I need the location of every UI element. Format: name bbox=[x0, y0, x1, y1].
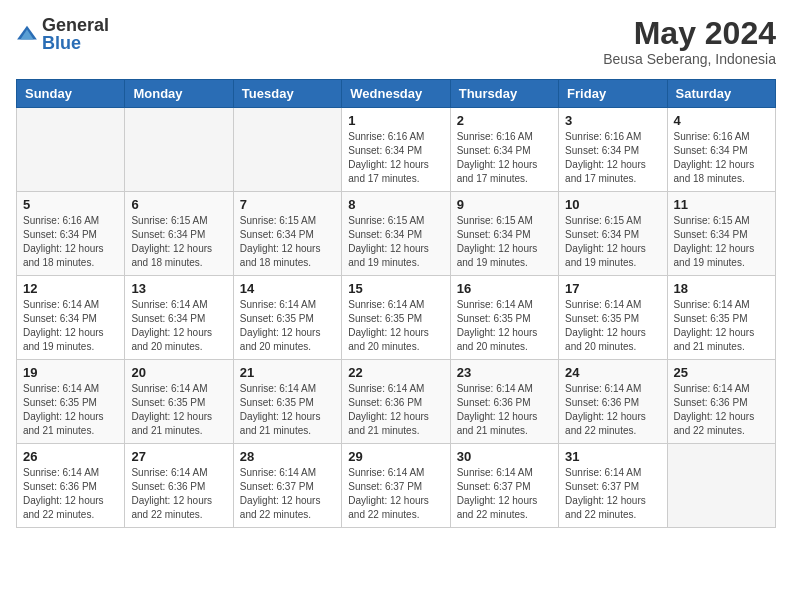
calendar-body: 1Sunrise: 6:16 AM Sunset: 6:34 PM Daylig… bbox=[17, 108, 776, 528]
day-info: Sunrise: 6:15 AM Sunset: 6:34 PM Dayligh… bbox=[131, 214, 226, 270]
calendar-week-1: 1Sunrise: 6:16 AM Sunset: 6:34 PM Daylig… bbox=[17, 108, 776, 192]
day-info: Sunrise: 6:15 AM Sunset: 6:34 PM Dayligh… bbox=[240, 214, 335, 270]
calendar-cell: 24Sunrise: 6:14 AM Sunset: 6:36 PM Dayli… bbox=[559, 360, 667, 444]
logo-icon bbox=[16, 23, 38, 45]
header-day-sunday: Sunday bbox=[17, 80, 125, 108]
day-number: 25 bbox=[674, 365, 769, 380]
day-info: Sunrise: 6:14 AM Sunset: 6:35 PM Dayligh… bbox=[674, 298, 769, 354]
calendar-cell: 26Sunrise: 6:14 AM Sunset: 6:36 PM Dayli… bbox=[17, 444, 125, 528]
day-info: Sunrise: 6:14 AM Sunset: 6:36 PM Dayligh… bbox=[674, 382, 769, 438]
day-number: 14 bbox=[240, 281, 335, 296]
header-day-wednesday: Wednesday bbox=[342, 80, 450, 108]
calendar-cell: 17Sunrise: 6:14 AM Sunset: 6:35 PM Dayli… bbox=[559, 276, 667, 360]
day-number: 8 bbox=[348, 197, 443, 212]
calendar-cell: 20Sunrise: 6:14 AM Sunset: 6:35 PM Dayli… bbox=[125, 360, 233, 444]
day-number: 28 bbox=[240, 449, 335, 464]
day-number: 4 bbox=[674, 113, 769, 128]
day-number: 31 bbox=[565, 449, 660, 464]
day-number: 3 bbox=[565, 113, 660, 128]
day-info: Sunrise: 6:15 AM Sunset: 6:34 PM Dayligh… bbox=[348, 214, 443, 270]
day-number: 9 bbox=[457, 197, 552, 212]
calendar-cell bbox=[125, 108, 233, 192]
day-info: Sunrise: 6:14 AM Sunset: 6:35 PM Dayligh… bbox=[565, 298, 660, 354]
day-number: 29 bbox=[348, 449, 443, 464]
day-info: Sunrise: 6:14 AM Sunset: 6:36 PM Dayligh… bbox=[23, 466, 118, 522]
logo: General Blue bbox=[16, 16, 109, 52]
day-number: 6 bbox=[131, 197, 226, 212]
calendar-cell bbox=[667, 444, 775, 528]
calendar-cell: 4Sunrise: 6:16 AM Sunset: 6:34 PM Daylig… bbox=[667, 108, 775, 192]
day-info: Sunrise: 6:16 AM Sunset: 6:34 PM Dayligh… bbox=[674, 130, 769, 186]
day-number: 1 bbox=[348, 113, 443, 128]
header-row: SundayMondayTuesdayWednesdayThursdayFrid… bbox=[17, 80, 776, 108]
day-info: Sunrise: 6:14 AM Sunset: 6:36 PM Dayligh… bbox=[457, 382, 552, 438]
calendar-cell: 21Sunrise: 6:14 AM Sunset: 6:35 PM Dayli… bbox=[233, 360, 341, 444]
day-info: Sunrise: 6:16 AM Sunset: 6:34 PM Dayligh… bbox=[565, 130, 660, 186]
day-number: 23 bbox=[457, 365, 552, 380]
day-info: Sunrise: 6:15 AM Sunset: 6:34 PM Dayligh… bbox=[565, 214, 660, 270]
day-info: Sunrise: 6:14 AM Sunset: 6:35 PM Dayligh… bbox=[240, 298, 335, 354]
day-info: Sunrise: 6:14 AM Sunset: 6:36 PM Dayligh… bbox=[131, 466, 226, 522]
calendar-cell: 10Sunrise: 6:15 AM Sunset: 6:34 PM Dayli… bbox=[559, 192, 667, 276]
calendar-cell: 16Sunrise: 6:14 AM Sunset: 6:35 PM Dayli… bbox=[450, 276, 558, 360]
day-number: 18 bbox=[674, 281, 769, 296]
calendar-cell: 12Sunrise: 6:14 AM Sunset: 6:34 PM Dayli… bbox=[17, 276, 125, 360]
header-day-tuesday: Tuesday bbox=[233, 80, 341, 108]
day-info: Sunrise: 6:15 AM Sunset: 6:34 PM Dayligh… bbox=[457, 214, 552, 270]
day-info: Sunrise: 6:14 AM Sunset: 6:37 PM Dayligh… bbox=[348, 466, 443, 522]
day-info: Sunrise: 6:14 AM Sunset: 6:34 PM Dayligh… bbox=[23, 298, 118, 354]
calendar-cell: 2Sunrise: 6:16 AM Sunset: 6:34 PM Daylig… bbox=[450, 108, 558, 192]
calendar-cell: 9Sunrise: 6:15 AM Sunset: 6:34 PM Daylig… bbox=[450, 192, 558, 276]
calendar-cell: 15Sunrise: 6:14 AM Sunset: 6:35 PM Dayli… bbox=[342, 276, 450, 360]
calendar-cell: 1Sunrise: 6:16 AM Sunset: 6:34 PM Daylig… bbox=[342, 108, 450, 192]
calendar-cell: 28Sunrise: 6:14 AM Sunset: 6:37 PM Dayli… bbox=[233, 444, 341, 528]
header-day-monday: Monday bbox=[125, 80, 233, 108]
day-info: Sunrise: 6:14 AM Sunset: 6:35 PM Dayligh… bbox=[23, 382, 118, 438]
day-number: 24 bbox=[565, 365, 660, 380]
calendar-week-4: 19Sunrise: 6:14 AM Sunset: 6:35 PM Dayli… bbox=[17, 360, 776, 444]
day-number: 16 bbox=[457, 281, 552, 296]
day-number: 11 bbox=[674, 197, 769, 212]
day-info: Sunrise: 6:16 AM Sunset: 6:34 PM Dayligh… bbox=[457, 130, 552, 186]
calendar-cell: 31Sunrise: 6:14 AM Sunset: 6:37 PM Dayli… bbox=[559, 444, 667, 528]
calendar-cell: 11Sunrise: 6:15 AM Sunset: 6:34 PM Dayli… bbox=[667, 192, 775, 276]
day-number: 27 bbox=[131, 449, 226, 464]
day-number: 12 bbox=[23, 281, 118, 296]
calendar-cell bbox=[233, 108, 341, 192]
page-header: General Blue May 2024 Beusa Seberang, In… bbox=[16, 16, 776, 67]
calendar-table: SundayMondayTuesdayWednesdayThursdayFrid… bbox=[16, 79, 776, 528]
calendar-cell: 18Sunrise: 6:14 AM Sunset: 6:35 PM Dayli… bbox=[667, 276, 775, 360]
calendar-cell: 8Sunrise: 6:15 AM Sunset: 6:34 PM Daylig… bbox=[342, 192, 450, 276]
calendar-cell bbox=[17, 108, 125, 192]
day-number: 2 bbox=[457, 113, 552, 128]
calendar-week-3: 12Sunrise: 6:14 AM Sunset: 6:34 PM Dayli… bbox=[17, 276, 776, 360]
calendar-week-5: 26Sunrise: 6:14 AM Sunset: 6:36 PM Dayli… bbox=[17, 444, 776, 528]
day-info: Sunrise: 6:16 AM Sunset: 6:34 PM Dayligh… bbox=[23, 214, 118, 270]
logo-text-general: General bbox=[42, 16, 109, 34]
day-number: 22 bbox=[348, 365, 443, 380]
day-number: 17 bbox=[565, 281, 660, 296]
day-info: Sunrise: 6:14 AM Sunset: 6:37 PM Dayligh… bbox=[240, 466, 335, 522]
day-number: 20 bbox=[131, 365, 226, 380]
calendar-cell: 3Sunrise: 6:16 AM Sunset: 6:34 PM Daylig… bbox=[559, 108, 667, 192]
day-number: 21 bbox=[240, 365, 335, 380]
day-number: 15 bbox=[348, 281, 443, 296]
calendar-cell: 5Sunrise: 6:16 AM Sunset: 6:34 PM Daylig… bbox=[17, 192, 125, 276]
day-info: Sunrise: 6:14 AM Sunset: 6:35 PM Dayligh… bbox=[131, 382, 226, 438]
calendar-title: May 2024 bbox=[603, 16, 776, 51]
day-number: 7 bbox=[240, 197, 335, 212]
day-info: Sunrise: 6:14 AM Sunset: 6:35 PM Dayligh… bbox=[348, 298, 443, 354]
day-info: Sunrise: 6:14 AM Sunset: 6:35 PM Dayligh… bbox=[457, 298, 552, 354]
header-day-saturday: Saturday bbox=[667, 80, 775, 108]
day-number: 30 bbox=[457, 449, 552, 464]
calendar-header: SundayMondayTuesdayWednesdayThursdayFrid… bbox=[17, 80, 776, 108]
day-info: Sunrise: 6:14 AM Sunset: 6:35 PM Dayligh… bbox=[240, 382, 335, 438]
day-info: Sunrise: 6:14 AM Sunset: 6:37 PM Dayligh… bbox=[457, 466, 552, 522]
day-info: Sunrise: 6:15 AM Sunset: 6:34 PM Dayligh… bbox=[674, 214, 769, 270]
calendar-cell: 22Sunrise: 6:14 AM Sunset: 6:36 PM Dayli… bbox=[342, 360, 450, 444]
calendar-cell: 7Sunrise: 6:15 AM Sunset: 6:34 PM Daylig… bbox=[233, 192, 341, 276]
day-number: 10 bbox=[565, 197, 660, 212]
day-info: Sunrise: 6:16 AM Sunset: 6:34 PM Dayligh… bbox=[348, 130, 443, 186]
header-day-thursday: Thursday bbox=[450, 80, 558, 108]
day-number: 19 bbox=[23, 365, 118, 380]
